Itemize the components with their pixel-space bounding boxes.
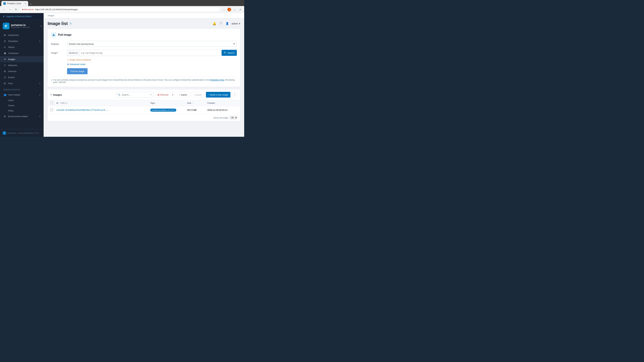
tags-header[interactable]: Tags ↓ [150,101,187,105]
app-container: ⬆ Upgrade to Business Edition portainer.… [0,13,244,137]
image-row: Image docker.io 🔍 Search [51,50,237,56]
registry-control: Docker Hub (anonymous) [67,41,237,47]
forward-btn[interactable]: › [8,7,12,12]
brave-shield[interactable]: 1 [228,8,231,11]
row-checkbox[interactable] [50,108,53,111]
pull-image-title: Pull image [58,33,72,36]
host-arrow: ▾ [40,82,40,84]
refresh-btn[interactable]: ↻ [70,22,72,25]
upgrade-label[interactable]: Upgrade to Business Edition [6,15,31,17]
sidebar-item-templates[interactable]: ⊡ Templates ▾ [0,38,44,44]
row-checkbox-cell [50,108,56,112]
browser-toolbar: ‹ › ↻ ● Not secure https://192.168.29.12… [0,6,244,13]
list-icon: ≡ [50,93,52,96]
created-sort-icon: ↕ [216,102,216,104]
info-circle-icon: ℹ [51,79,52,81]
more-icon: ⋮ [233,93,236,96]
created-header-label: Created [207,102,215,104]
collapse-sidebar-btn[interactable]: « [40,24,42,27]
menu-btn[interactable]: ≡ [238,7,242,12]
id-sort-icon: ↕ [59,102,60,104]
networks-label: Networks [8,64,17,66]
tags-sort-icon: ↓ [156,102,156,104]
pull-image-btn[interactable]: Pull the image [67,68,88,74]
remove-btn[interactable]: 🗑 Remove [155,92,171,97]
table-row: sha256:0c03664af9ed309394c27f2e4fcec9...… [48,106,240,114]
not-secure-dot: ● [22,8,24,11]
remove-label: Remove [160,93,168,96]
created-header[interactable]: Created ↕ [207,101,238,105]
import-btn[interactable]: ↑ Import [176,92,190,97]
sidebar-item-images[interactable]: ≡ Images [0,56,44,62]
image-id-link[interactable]: sha256:0c03664af9ed309394c27f2e4fcec9... [56,109,109,111]
pull-image-icon [51,32,56,37]
upgrade-icon: ⬆ [3,15,5,18]
registry-select[interactable]: Docker Hub (anonymous) [67,41,237,47]
events-icon: ◷ [3,76,6,79]
search-image-btn[interactable]: 🔍 Search [222,50,237,56]
sidebar-item-dashboard[interactable]: ⊞ Dashboard [0,32,44,38]
sidebar: ⬆ Upgrade to Business Edition portainer.… [0,13,44,137]
host-icon: ⊟ [3,82,6,85]
sidebar-item-roles[interactable]: Roles [0,108,44,113]
select-all-checkbox[interactable] [50,101,53,104]
templates-arrow: ▾ [40,40,40,42]
id-filter-btn[interactable]: Filter ⊡ [60,102,67,104]
new-tab-btn[interactable]: + [29,2,33,6]
share-btn[interactable]: ↑ [222,7,226,12]
sidebar-item-volumes[interactable]: ⊗ Volumes [0,68,44,74]
pagination-bar: Items per page 10 [48,114,240,121]
row-id-cell: sha256:0c03664af9ed309394c27f2e4fcec9... [56,109,150,111]
build-plus-icon: + [208,93,210,96]
music-btn[interactable]: ♪ [232,7,237,12]
items-per-page-select[interactable]: 10 [230,116,238,119]
breadcrumb-images: Images [48,14,54,17]
size-sort-icon: ↕ [192,102,193,104]
images-search-box[interactable]: 🔍 ✕ [116,92,153,97]
search-btn-label: Search [228,52,234,54]
registry-label: Registry [51,43,64,45]
registries-view-link[interactable]: Registries View. [210,79,224,81]
sidebar-item-teams[interactable]: Teams [0,103,44,108]
header-actions: 🔔 ? 👤 admin ▾ [212,22,240,26]
sidebar-item-user-related[interactable]: 👥 User-related ▴ [0,92,44,98]
admin-dropdown[interactable]: admin ▾ [232,22,240,25]
size-header[interactable]: Size ↕ [187,101,207,105]
address-bar[interactable]: ● Not secure https://192.168.29.124:9443… [20,7,220,12]
more-options-btn[interactable]: ⋮ [232,92,238,97]
sidebar-item-networks[interactable]: ⬡ Networks [0,62,44,68]
roles-label: Roles [8,109,14,112]
image-tag-input[interactable] [80,50,220,56]
advanced-mode-link[interactable]: ⊕ Advanced mode [67,63,237,65]
main-content: Images Image list ↻ 🔔 ? 👤 admin ▾ [44,13,244,137]
breadcrumb: Images [44,13,244,18]
remove-dropdown-btn[interactable]: ▾ [171,92,175,97]
bell-btn[interactable]: 🔔 [212,22,216,25]
sidebar-item-users[interactable]: Users [0,98,44,103]
sidebar-item-events[interactable]: ◷ Events [0,74,44,80]
reload-btn[interactable]: ↻ [14,7,18,12]
volumes-icon: ⊗ [3,70,6,72]
help-btn[interactable]: ? [219,22,223,26]
registry-row: Registry Docker Hub (anonymous) [51,41,237,47]
toolbar-actions: ↑ 1 ♪ ≡ [222,7,242,12]
export-icon: ↓ [194,93,195,96]
images-search-input[interactable] [122,93,148,96]
sidebar-item-environment-related[interactable]: 🖥 Environment-related ▾ [0,113,44,119]
browser-tab-active[interactable]: P Portainer | local × [1,1,28,6]
sidebar-item-stacks[interactable]: ⊙ Stacks [0,44,44,50]
id-header[interactable]: Id ↕ Filter ⊡ [56,101,150,105]
events-label: Events [8,76,15,79]
portainer-logo [3,23,10,29]
tab-close-btn[interactable]: × [25,2,26,5]
upgrade-banner[interactable]: ⬆ Upgrade to Business Edition [0,13,44,20]
sidebar-item-containers[interactable]: ▣ Containers [0,50,44,56]
browser-tabs: P Portainer | local × + [0,0,244,6]
back-btn[interactable]: ‹ [2,7,6,12]
sidebar-item-host[interactable]: ⊟ Host ▾ [0,80,44,86]
search-clear-btn[interactable]: ✕ [148,93,153,96]
row-created-cell: 2024-12-20 02:43:11 [207,109,238,111]
svg-rect-0 [5,25,8,25]
containers-icon: ▣ [3,52,6,54]
build-new-image-btn[interactable]: + Build a new image [206,92,230,97]
